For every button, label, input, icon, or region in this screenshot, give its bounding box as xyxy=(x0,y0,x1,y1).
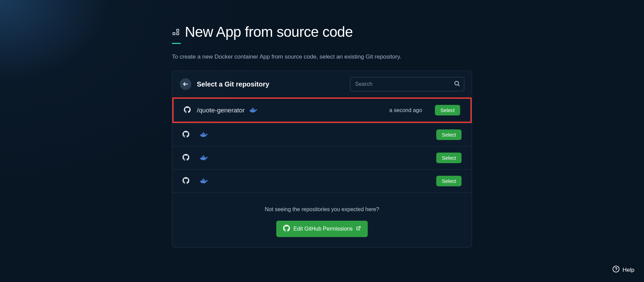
help-button[interactable]: Help xyxy=(612,265,634,275)
svg-rect-34 xyxy=(202,179,203,181)
svg-rect-29 xyxy=(203,155,204,156)
svg-rect-19 xyxy=(203,133,204,134)
svg-rect-0 xyxy=(173,33,175,35)
back-button[interactable] xyxy=(180,78,191,90)
repo-name: /quote-generator xyxy=(197,107,245,114)
page-header: New App from source code To create a new… xyxy=(172,24,472,60)
repo-row: Select xyxy=(172,169,472,192)
svg-rect-36 xyxy=(204,179,205,181)
title-accent xyxy=(172,43,181,44)
repo-row: Select xyxy=(172,123,472,146)
page-title: New App from source code xyxy=(185,24,353,40)
svg-rect-28 xyxy=(204,156,205,157)
repo-row: Select xyxy=(172,146,472,169)
github-icon xyxy=(283,225,290,233)
svg-rect-1 xyxy=(177,29,179,31)
github-icon xyxy=(182,154,189,162)
external-link-icon xyxy=(356,226,361,232)
svg-rect-20 xyxy=(204,133,205,134)
repo-panel: Select a Git repository /quote-generator… xyxy=(172,70,472,248)
github-icon xyxy=(184,106,191,114)
docker-icon xyxy=(200,155,208,161)
github-icon xyxy=(182,177,189,185)
panel-title: Select a Git repository xyxy=(197,80,345,88)
svg-rect-11 xyxy=(252,109,253,110)
edit-permissions-label: Edit GitHub Permissions xyxy=(293,226,352,232)
select-button[interactable]: Select xyxy=(436,176,462,186)
svg-line-38 xyxy=(358,226,360,229)
footer-question: Not seeing the repositories you expected… xyxy=(179,206,465,213)
select-button[interactable]: Select xyxy=(436,153,462,163)
svg-rect-27 xyxy=(203,156,204,157)
repo-row: /quote-generatora second agoSelect xyxy=(172,97,472,123)
svg-rect-10 xyxy=(251,109,252,110)
docker-icon xyxy=(250,108,257,113)
docker-icon xyxy=(200,132,208,138)
svg-rect-2 xyxy=(177,33,179,35)
svg-rect-13 xyxy=(252,108,253,109)
select-button[interactable]: Select xyxy=(436,129,462,140)
grid-icon xyxy=(172,28,180,36)
search-input[interactable] xyxy=(350,77,464,91)
help-label: Help xyxy=(623,267,634,273)
svg-rect-37 xyxy=(203,178,204,179)
svg-rect-35 xyxy=(203,179,204,181)
edit-github-permissions-button[interactable]: Edit GitHub Permissions xyxy=(276,221,367,237)
help-icon xyxy=(612,265,620,275)
svg-rect-21 xyxy=(203,132,204,133)
select-button[interactable]: Select xyxy=(435,105,460,115)
page-subtitle: To create a new Docker container App fro… xyxy=(172,53,472,60)
github-icon xyxy=(182,131,189,139)
repo-time: a second ago xyxy=(389,107,422,113)
docker-icon xyxy=(200,178,208,184)
svg-rect-26 xyxy=(202,156,203,157)
svg-rect-18 xyxy=(202,133,203,134)
svg-rect-12 xyxy=(253,109,254,110)
